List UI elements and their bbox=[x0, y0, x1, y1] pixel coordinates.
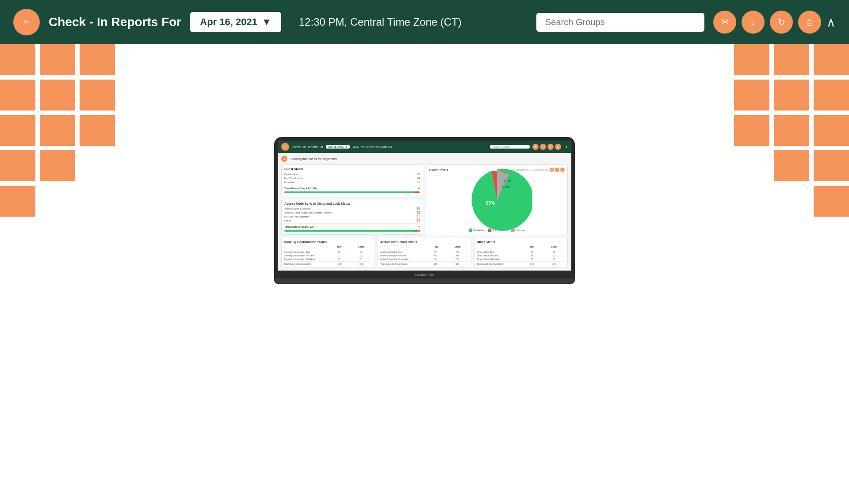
guest-progress-bar bbox=[284, 191, 420, 193]
booking-total-email: 100 bbox=[350, 263, 372, 265]
booking-sent-text: 96 bbox=[328, 251, 350, 253]
arrival-row-1: Arrival Instruction Sent 97 96 bbox=[380, 251, 469, 253]
booking-total-text: 100 bbox=[328, 263, 350, 265]
header-bar: ✂ Check - In Reports For Apr 16, 2021 ▼ … bbox=[0, 0, 849, 44]
svg-text:✂: ✂ bbox=[24, 18, 30, 26]
arrival-table-header: Text Email bbox=[380, 245, 469, 249]
mini-header: ✂ Check - In Reports For Apr 16, 2021 ▼ … bbox=[278, 141, 571, 153]
no-lock-value: 01 bbox=[417, 215, 420, 218]
svg-text:95%: 95% bbox=[486, 201, 495, 206]
access-success-row: Access code Success: 96 bbox=[284, 207, 420, 210]
failed-row: Failed 01 bbox=[284, 219, 420, 222]
search-groups-input[interactable] bbox=[536, 13, 704, 32]
checked-in-label: Checked-in bbox=[284, 173, 298, 176]
arrival-sent-label: Arrival Instruction Sent bbox=[380, 251, 424, 253]
booking-not-sent-text: 01 bbox=[328, 254, 350, 257]
booking-row-3: Booking Confirmation Scheduled 03 01 bbox=[284, 258, 372, 260]
other-row-3: Other Status Scheduled 02 02 bbox=[477, 258, 565, 260]
arrival-total-label: Total Guest Communication bbox=[380, 263, 424, 265]
laptop-screen-frame: ✂ Check - In Reports For Apr 16, 2021 ▼ … bbox=[274, 137, 575, 271]
access-issues-row: Access Code Issues you should resolve: 0… bbox=[284, 211, 420, 214]
checked-in-row: Checked-in 95 bbox=[284, 172, 420, 176]
booking-confirmation-card: Booking Confirmation Status Text Email B… bbox=[281, 238, 375, 268]
arrival-not-sent-email: 02 bbox=[447, 254, 469, 257]
access-success-value: 96 bbox=[417, 207, 420, 210]
header-title: Check - In Reports For bbox=[49, 15, 181, 29]
mini-logo: ✂ bbox=[281, 143, 289, 151]
no-lock-label: No Lock on Property: bbox=[284, 215, 309, 218]
mini-action-icons: ✉ ↓ ↻ ⎙ bbox=[532, 144, 561, 150]
access-code-title: Access Code Sync to Cloud and Lock Statu… bbox=[284, 202, 420, 205]
arrival-sent-email: 96 bbox=[447, 251, 469, 253]
arrival-col-empty bbox=[380, 245, 424, 248]
other-scheduled-text: 02 bbox=[521, 258, 543, 260]
laptop-hinge bbox=[274, 279, 575, 284]
mini-refresh-icon: ↻ bbox=[547, 144, 554, 150]
mini-download-icon: ↓ bbox=[540, 144, 546, 150]
no-lock-row: No Lock on Property: 01 bbox=[284, 215, 420, 218]
arrival-row-2: Arrival Instruction Not Sent 01 02 bbox=[380, 254, 469, 257]
booking-col-email: Email bbox=[350, 245, 372, 248]
mini-print-icon: ⎙ bbox=[555, 144, 561, 150]
arrival-total-text: 100 bbox=[424, 263, 447, 265]
info-icon: i bbox=[281, 156, 287, 162]
laptop-brand-label: MacBook Pro bbox=[415, 273, 434, 276]
mini-date-btn[interactable]: Apr 16, 2021 ▼ bbox=[326, 145, 350, 149]
booking-scheduled-text: 03 bbox=[328, 258, 350, 260]
arrival-scheduled-email: 02 bbox=[447, 258, 469, 260]
booking-sent-email: 97 bbox=[350, 251, 372, 253]
mini-chevron-icon: ∧ bbox=[565, 145, 568, 149]
download-button[interactable]: ↓ bbox=[742, 11, 765, 34]
unknown-value: 01 bbox=[417, 180, 420, 183]
mini-search: Search Groups bbox=[490, 145, 530, 149]
other-col-email: Email bbox=[543, 245, 565, 248]
pie-icon-3: ⎙ bbox=[560, 168, 565, 172]
mini-title: Check - In Reports For bbox=[292, 145, 323, 149]
print-button[interactable]: ⎙ bbox=[798, 11, 821, 34]
bottom-tables: Booking Confirmation Status Text Email B… bbox=[281, 238, 568, 268]
dropdown-icon: ▼ bbox=[262, 16, 272, 28]
unknown-label: Unknown bbox=[284, 181, 295, 183]
mini-time: 12:30 PM, Central Time Zone (CT) bbox=[352, 145, 393, 148]
arrival-col-email: Email bbox=[447, 245, 469, 248]
guest-total-row: Total Guest Check In: 100 ● bbox=[284, 185, 420, 190]
other-status-card: Other Status Text Email Other Status Sen… bbox=[474, 238, 568, 268]
chevron-up-icon[interactable]: ∧ bbox=[826, 15, 836, 30]
booking-not-sent-label: Booking Confirmation Not Sent bbox=[284, 254, 328, 257]
booking-col-empty bbox=[284, 245, 328, 248]
other-sent-email: 97 bbox=[543, 251, 565, 253]
booking-confirmation-title: Booking Confirmation Status bbox=[284, 241, 372, 244]
access-code-card: Access Code Sync to Cloud and Lock Statu… bbox=[281, 199, 423, 235]
access-issues-value: 02 bbox=[417, 211, 420, 214]
refresh-button[interactable]: ↻ bbox=[770, 11, 793, 34]
booking-not-sent-email: 02 bbox=[350, 254, 372, 257]
info-text: Showing data for all the properties. bbox=[290, 157, 337, 160]
other-total-email: 100 bbox=[543, 263, 565, 265]
checked-in-value: 95 bbox=[417, 172, 420, 176]
svg-text:01%: 01% bbox=[502, 185, 509, 189]
access-total-row: Total Access Code: 100 ● bbox=[284, 223, 420, 229]
other-sent-label: Other Status Sent bbox=[477, 251, 521, 253]
other-total-label: Total Guest Communication bbox=[477, 263, 521, 265]
pie-icon-2: ↓ bbox=[555, 168, 559, 172]
total-access-icon: ● bbox=[418, 225, 420, 229]
arrival-total-row: Total Guest Communication 100 100 bbox=[380, 261, 469, 265]
booking-table-header: Text Email bbox=[284, 245, 372, 249]
other-not-sent-email: 01 bbox=[543, 254, 565, 257]
access-total-label: Total Access Code: 100 bbox=[284, 225, 314, 228]
pie-title: Guest Status bbox=[429, 168, 448, 172]
other-row-2: Other Status Not Sent 01 01 bbox=[477, 254, 565, 257]
date-picker-button[interactable]: Apr 16, 2021 ▼ bbox=[190, 12, 281, 32]
other-status-title: Other Status bbox=[477, 241, 565, 244]
email-button[interactable]: ✉ bbox=[713, 11, 736, 34]
other-table-header: Text Email bbox=[477, 245, 565, 249]
info-bar: i Showing data for all the properties. bbox=[281, 156, 568, 162]
total-check-icon: ● bbox=[418, 186, 420, 190]
other-scheduled-email: 02 bbox=[543, 258, 565, 260]
booking-sent-label: Booking Confirmation Sent bbox=[284, 251, 328, 253]
booking-row-2: Booking Confirmation Not Sent 01 02 bbox=[284, 254, 372, 257]
svg-text:04%: 04% bbox=[504, 179, 511, 183]
other-scheduled-label: Other Status Scheduled bbox=[477, 258, 521, 260]
pie-icon-1: ✉ bbox=[550, 168, 554, 172]
booking-col-text: Text bbox=[328, 245, 350, 248]
